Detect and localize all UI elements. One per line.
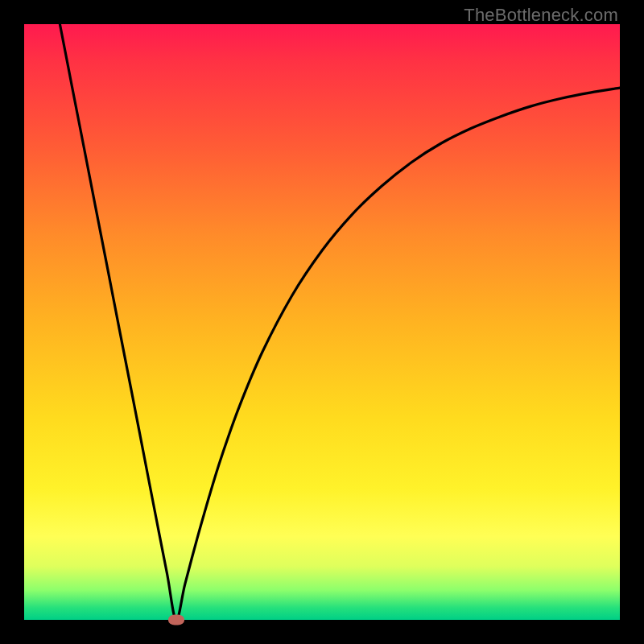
plot-area [24, 24, 620, 620]
optimal-point-marker [168, 615, 184, 625]
chart-frame: TheBottleneck.com [0, 0, 644, 644]
watermark-text: TheBottleneck.com [464, 5, 618, 26]
bottleneck-curve [24, 24, 620, 620]
